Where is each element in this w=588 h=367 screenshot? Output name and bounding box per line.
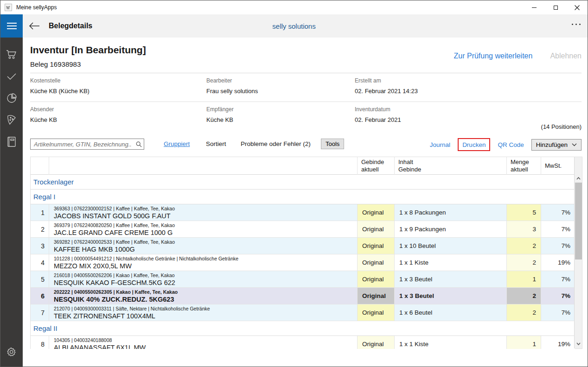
mwst-cell: 7% <box>541 304 575 321</box>
scroll-up-button[interactable] <box>575 175 582 182</box>
table-row[interactable]: 2 369379 | 07622400820250 | Kaffee | Kaf… <box>31 221 575 238</box>
group-header-row[interactable]: Regal II <box>31 321 575 336</box>
tools-button[interactable]: Tools <box>321 139 344 149</box>
kostenstelle-value: Küche KB (Küche KB) <box>30 88 206 95</box>
table-row[interactable]: 8 104305 | 04003240188008 ALBI ANANASSAF… <box>31 336 575 349</box>
inhalt-cell: 1 x 10 Beutel <box>395 238 507 254</box>
table-row[interactable]: 7 212070 | 04009300003311 | Säfte, Nekta… <box>31 304 575 321</box>
article-info: 104305 | 04003240188008 <box>54 337 357 343</box>
article-cell: 216018 | 04005500262206 | Kakao | Kaffee… <box>49 271 358 287</box>
menge-cell[interactable]: 1 <box>507 336 541 349</box>
qr-code-link[interactable]: QR Code <box>498 141 524 148</box>
bearbeiter-label: Bearbeiter <box>206 77 355 84</box>
gebinde-cell[interactable]: Original <box>358 271 395 287</box>
row-number: 4 <box>31 254 49 271</box>
gebinde-cell[interactable]: Original <box>358 221 395 237</box>
meta-row-1: KostenstelleKüche KB (Küche KB) Bearbeit… <box>30 77 582 95</box>
menge-cell[interactable]: 3 <box>507 221 541 237</box>
more-options-button[interactable] <box>572 24 581 25</box>
group-label: Regal II <box>33 324 58 332</box>
mwst-cell: 7% <box>541 238 575 254</box>
maximize-icon <box>554 6 558 10</box>
group-label: Regal I <box>33 193 56 201</box>
article-cell: 202222 | 04005500262305 | Kakao | Kaffee… <box>49 288 358 304</box>
mwst-cell: 19% <box>541 336 575 349</box>
article-info: 202222 | 04005500262305 | Kakao | Kaffee… <box>54 289 357 295</box>
sidebar-item-settings[interactable] <box>0 341 23 362</box>
absender-label: Absender <box>30 106 206 113</box>
drucken-link[interactable]: Drucken <box>462 141 486 148</box>
table-row[interactable]: 6 202222 | 04005500262305 | Kakao | Kaff… <box>31 288 575 304</box>
article-info: 101228 | 00000054491212 | Nichtalkoholis… <box>54 256 357 262</box>
row-number: 8 <box>31 336 49 349</box>
article-info: 212070 | 04009300003311 | Säfte, Nektare… <box>54 306 357 312</box>
menge-cell[interactable]: 2 <box>507 304 541 321</box>
table-scrollbar[interactable] <box>574 157 582 348</box>
table-body: Trockenlager Regal I 1 369363 | 07622300… <box>31 175 575 349</box>
menge-cell[interactable]: 2 <box>507 254 541 271</box>
table-row[interactable]: 3 369282 | 07622400002533 | Kaffee | Kaf… <box>31 238 575 254</box>
gebinde-cell[interactable]: Original <box>358 238 395 254</box>
menge-cell[interactable]: 2 <box>507 288 541 304</box>
article-name: NESQUIK KAKAO F-GESCHM.5KG 622 <box>54 278 357 287</box>
inhalt-cell: 1 x 1 Kiste <box>395 336 507 349</box>
menge-cell[interactable]: 5 <box>507 204 541 221</box>
reject-button[interactable]: Ablehnen <box>550 52 582 60</box>
article-cell: 212070 | 04009300003311 | Säfte, Nektare… <box>49 304 358 321</box>
scroll-down-button[interactable] <box>575 340 582 348</box>
positions-count: (14 Positionen) <box>541 123 582 130</box>
table-row[interactable]: 5 216018 | 04005500262206 | Kakao | Kaff… <box>31 271 575 288</box>
meta-divider <box>30 101 582 102</box>
inhalt-cell: 1 x 8 Packungen <box>395 204 507 221</box>
empfaenger-value: Küche KB <box>206 116 355 123</box>
gebinde-cell[interactable]: Original <box>358 336 395 349</box>
group-header-row[interactable]: Trockenlager <box>31 175 575 190</box>
close-button[interactable] <box>566 0 588 14</box>
journal-link[interactable]: Journal <box>430 141 450 148</box>
filter-probleme-oder-fehler[interactable]: Probleme oder Fehler (2) <box>241 140 311 147</box>
table-row[interactable]: 4 101228 | 00000054491212 | Nichtalkohol… <box>31 254 575 271</box>
search-box <box>30 139 144 150</box>
header-divider <box>30 73 582 73</box>
gebinde-cell[interactable]: Original <box>358 288 395 304</box>
toolbar-actions: Journal Drucken QR Code Hinzufügen <box>430 138 582 151</box>
gebinde-cell[interactable]: Original <box>358 304 395 321</box>
menge-cell[interactable]: 1 <box>507 271 541 287</box>
sidebar-item-tasks[interactable] <box>0 65 23 87</box>
scrollbar-thumb[interactable] <box>575 183 582 259</box>
erstellt-am-value: 02. Februar 2021 14:23 <box>355 88 582 95</box>
sidebar-item-reports[interactable] <box>0 87 23 109</box>
row-number: 6 <box>31 288 49 304</box>
erstellt-am-label: Erstellt am <box>355 77 582 84</box>
row-number: 7 <box>31 304 49 321</box>
forward-for-review-button[interactable]: Zur Prüfung weiterleiten <box>454 52 533 60</box>
sidebar-item-catalog[interactable] <box>0 131 23 152</box>
col-gebinde-aktuell: Gebinde aktuell <box>358 157 395 175</box>
gebinde-cell[interactable]: Original <box>358 204 395 221</box>
close-icon <box>575 5 580 10</box>
pie-chart-icon <box>6 93 17 104</box>
chevron-down-icon <box>572 143 577 146</box>
search-input[interactable] <box>31 141 134 148</box>
filter-sortiert[interactable]: Sortiert <box>206 140 226 147</box>
table-row[interactable]: 1 369363 | 07622300002152 | Kaffee | Kaf… <box>31 204 575 221</box>
drucken-highlight-box: Drucken <box>458 138 490 151</box>
gebinde-cell[interactable]: Original <box>358 254 395 271</box>
article-cell: 369282 | 07622400002533 | Kaffee | Kaffe… <box>49 238 358 254</box>
sidebar-item-cart[interactable] <box>0 44 23 65</box>
inhalt-cell: 1 x 1 Kiste <box>395 254 507 271</box>
filter-gruppiert[interactable]: Gruppiert <box>164 140 190 147</box>
article-name: JACOBS INSTANT GOLD 500G F.AUT <box>54 212 357 221</box>
search-icon[interactable] <box>134 141 144 147</box>
article-name: NESQUIK 40% ZUCK.REDUZ. 5KG623 <box>54 295 357 304</box>
hinzufuegen-button[interactable]: Hinzufügen <box>531 139 582 151</box>
inhalt-cell: 1 x 3 Beutel <box>395 288 507 304</box>
minimize-button[interactable] <box>524 0 545 14</box>
maximize-button[interactable] <box>545 0 566 14</box>
sidebar-item-products[interactable] <box>0 109 23 131</box>
app-icon <box>5 4 12 11</box>
kostenstelle-label: Kostenstelle <box>30 77 206 84</box>
menge-cell[interactable]: 2 <box>507 238 541 254</box>
inventurdatum-label: Inventurdatum <box>355 106 582 113</box>
group-header-row[interactable]: Regal I <box>31 190 575 204</box>
